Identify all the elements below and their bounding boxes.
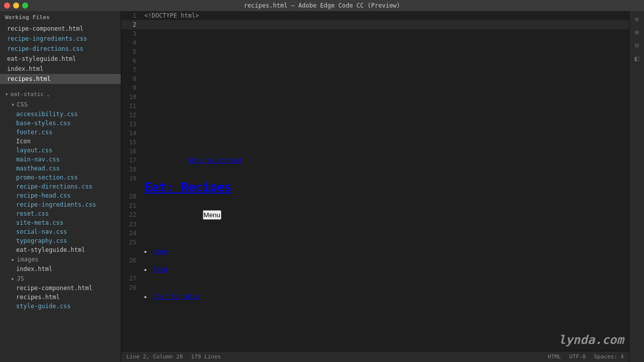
cursor-position: Line 2, Column 20 (126, 353, 183, 360)
code-line: 14 (121, 129, 629, 138)
line-content[interactable] (142, 274, 629, 283)
line-number: 2 (121, 20, 142, 29)
css-file-social-nav-css[interactable]: social-nav.css (0, 227, 121, 236)
working-file-index-html[interactable]: index.html (0, 64, 121, 74)
line-number: 26 (121, 256, 142, 265)
css-file-promo-section-css[interactable]: promo-section.css (0, 173, 121, 182)
project-arrow-icon: ▾ (5, 91, 9, 98)
code-line: 4 (121, 38, 629, 47)
line-content[interactable] (142, 147, 629, 156)
line-number: 15 (121, 138, 142, 147)
line-content[interactable] (142, 83, 629, 93)
images-folder[interactable]: ▸ images (0, 254, 121, 264)
js-files-list: recipe-component.htmlrecipes.htmlstyle-g… (0, 284, 121, 311)
code-line: 25 Home (121, 238, 629, 256)
css-file-typography-css[interactable]: typography.css (0, 236, 121, 245)
css-file-recipe-head-css[interactable]: recipe-head.css (0, 191, 121, 200)
code-lines: 1<!DOCTYPE html>2345 6 78 eat - the purp… (121, 11, 629, 301)
code-line: 22 Menu (121, 210, 629, 220)
code-line: 10 (121, 93, 629, 102)
code-line: 21 (121, 201, 629, 210)
css-file-masthead-css[interactable]: masthead.css (0, 164, 121, 173)
line-content[interactable] (142, 220, 629, 229)
css-file-recipe-ingredients-css[interactable]: recipe-ingredients.css (0, 200, 121, 209)
panel-icon-2[interactable]: ⊞ (631, 26, 643, 38)
line-count: 179 Lines (191, 353, 221, 360)
working-file-recipe-component-html[interactable]: recipe-component.html (0, 24, 121, 34)
css-file-footer-css[interactable]: footer.css (0, 128, 121, 137)
working-file-recipe-directions-css[interactable]: recipe-directions.css (0, 44, 121, 54)
js-file-recipe-component-html[interactable]: recipe-component.html (0, 284, 121, 293)
window-title: recipes.html — Adobe Edge Code CC (Previ… (244, 2, 400, 9)
css-file-site-meta-css[interactable]: site-meta.css (0, 218, 121, 227)
line-content[interactable] (142, 192, 629, 201)
line-content[interactable]: Eat: Recipes (142, 174, 629, 192)
images-folder-arrow: ▸ (11, 256, 15, 263)
css-file-reset-css[interactable]: reset.css (0, 209, 121, 218)
line-number: 24 (121, 229, 142, 238)
line-content[interactable]: Home (142, 238, 629, 256)
minimize-button[interactable] (13, 3, 19, 9)
code-line: 23 (121, 220, 629, 229)
css-file-layout-css[interactable]: layout.css (0, 146, 121, 155)
line-number: 7 (121, 65, 142, 74)
css-file-accessibility-css[interactable]: accessibility.css (0, 110, 121, 119)
status-bar: Line 2, Column 20 179 Lines HTML UTF-8 S… (121, 351, 629, 362)
css-file-recipe-directions-css[interactable]: recipe-directions.css (0, 182, 121, 191)
css-folder-arrow: ▾ (11, 101, 15, 108)
line-content[interactable] (142, 47, 629, 56)
line-number: 5 (121, 47, 142, 56)
panel-icon-4[interactable]: ◧ (631, 52, 643, 64)
panel-icon-1[interactable]: ≡ (631, 13, 643, 25)
js-file-style-guide-css[interactable]: style-guide.css (0, 302, 121, 311)
line-content[interactable]: Menu (142, 210, 629, 220)
working-file-eat-styleguide-html[interactable]: eat-styleguide.html (0, 54, 121, 64)
line-number: 25 (121, 238, 142, 247)
line-content[interactable] (142, 201, 629, 210)
code-line: 5 (121, 47, 629, 56)
main-layout: Working Files recipe-component.htmlrecip… (0, 11, 644, 362)
js-folder[interactable]: ▸ JS (0, 274, 121, 284)
project-header[interactable]: ▾ eat-static ⌄ (0, 89, 121, 100)
code-line: 3 (121, 29, 629, 38)
working-file-recipes-html[interactable]: recipes.html (0, 74, 121, 84)
code-content[interactable]: 1<!DOCTYPE html>2345 6 78 eat - the purp… (121, 11, 629, 351)
css-file-Icon[interactable]: Icon (0, 137, 121, 146)
line-content[interactable] (142, 229, 629, 238)
close-button[interactable] (4, 3, 10, 9)
code-line: 16 (121, 147, 629, 156)
eat-styleguide-file[interactable]: eat-styleguide.html (0, 245, 121, 254)
line-content[interactable]: Skip to content (142, 156, 629, 165)
js-file-recipes-html[interactable]: recipes.html (0, 293, 121, 302)
code-line: 13 (121, 120, 629, 129)
encoding[interactable]: UTF-8 (569, 353, 586, 360)
line-content[interactable]: Chef for Hire (142, 283, 629, 301)
project-name: eat-static (11, 91, 44, 98)
css-file-base-styles-css[interactable]: base-styles.css (0, 119, 121, 128)
line-content[interactable] (142, 56, 629, 65)
code-line: 9 (121, 83, 629, 93)
working-file-recipe-ingredients-css[interactable]: recipe-ingredients.css (0, 34, 121, 44)
line-number: 19 (121, 174, 142, 183)
line-content[interactable] (142, 165, 629, 174)
editor-area: 1<!DOCTYPE html>2345 6 78 eat - the purp… (121, 11, 629, 362)
spaces-setting[interactable]: Spaces: 4 (594, 353, 624, 360)
panel-icon-3[interactable]: ⊟ (631, 39, 643, 51)
maximize-button[interactable] (22, 3, 28, 9)
language-mode[interactable]: HTML (548, 353, 561, 360)
code-line: 18 (121, 165, 629, 174)
code-line: 20 (121, 192, 629, 201)
line-number: 3 (121, 29, 142, 38)
css-folder[interactable]: ▾ CSS (0, 100, 121, 110)
project-section: ▾ eat-static ⌄ ▾ CSS accessibility.cssba… (0, 89, 121, 311)
line-number: 6 (121, 56, 142, 65)
line-content[interactable]: eat - the purpose of food (142, 74, 629, 83)
css-file-main-nav-css[interactable]: main-nav.css (0, 155, 121, 164)
status-left: Line 2, Column 20 179 Lines (126, 353, 221, 360)
code-line: 26 Food (121, 256, 629, 274)
line-content[interactable]: Food (142, 256, 629, 274)
line-content[interactable]: <!DOCTYPE html> (142, 11, 629, 20)
line-content[interactable] (142, 138, 629, 147)
line-number: 17 (121, 156, 142, 165)
index-file[interactable]: index.html (0, 264, 121, 274)
